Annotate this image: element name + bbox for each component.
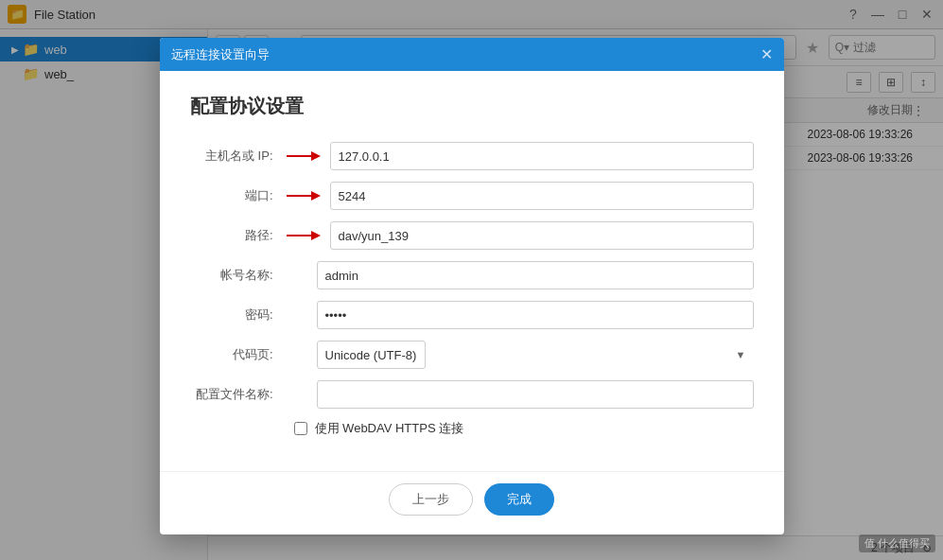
port-input[interactable]	[330, 182, 754, 210]
path-label: 路径:	[190, 227, 285, 244]
config-name-input-wrapper	[285, 380, 754, 409]
path-input[interactable]	[330, 221, 754, 250]
https-checkbox-row: 使用 WebDAV HTTPS 连接	[294, 420, 754, 437]
port-input-wrapper	[285, 182, 754, 210]
modal-overlay: 远程连接设置向导 ✕ 配置协议设置 主机名或 IP: 端口:	[0, 0, 943, 560]
codepage-label: 代码页:	[190, 346, 285, 363]
dialog-heading: 配置协议设置	[190, 94, 754, 119]
host-input-wrapper	[285, 142, 754, 170]
dialog-title: 远程连接设置向导	[171, 46, 270, 63]
port-arrow-icon	[285, 187, 323, 204]
dialog-footer: 上一步 完成	[160, 471, 784, 534]
account-label: 帐号名称:	[190, 267, 285, 284]
host-row: 主机名或 IP:	[190, 142, 754, 170]
prev-button[interactable]: 上一步	[389, 483, 473, 516]
account-row: 帐号名称:	[190, 261, 754, 289]
path-arrow-icon	[285, 227, 323, 244]
account-input[interactable]	[317, 261, 754, 289]
codepage-select[interactable]: Unicode (UTF-8) UTF-8 GBK Big5	[317, 341, 426, 369]
svg-marker-3	[311, 191, 321, 201]
path-input-wrapper	[285, 221, 754, 250]
host-input[interactable]	[330, 142, 754, 170]
chevron-down-icon: ▼	[736, 349, 746, 360]
path-row: 路径:	[190, 221, 754, 250]
password-label: 密码:	[190, 306, 285, 324]
host-label: 主机名或 IP:	[190, 148, 285, 165]
config-name-input[interactable]	[317, 380, 754, 409]
port-label: 端口:	[190, 187, 285, 204]
codepage-row: 代码页: Unicode (UTF-8) UTF-8 GBK Big5 ▼	[190, 341, 754, 369]
account-input-wrapper	[285, 261, 754, 289]
svg-marker-5	[311, 231, 321, 240]
password-input-wrapper	[285, 301, 754, 329]
finish-button[interactable]: 完成	[484, 483, 554, 516]
host-arrow-icon	[285, 148, 323, 165]
dialog-titlebar: 远程连接设置向导 ✕	[160, 38, 784, 71]
config-name-label: 配置文件名称:	[190, 386, 285, 403]
codepage-select-wrapper: Unicode (UTF-8) UTF-8 GBK Big5 ▼	[317, 341, 754, 369]
password-input[interactable]	[317, 301, 754, 329]
port-row: 端口:	[190, 182, 754, 210]
dialog: 远程连接设置向导 ✕ 配置协议设置 主机名或 IP: 端口:	[160, 38, 784, 534]
https-checkbox[interactable]	[294, 422, 307, 435]
dialog-body: 配置协议设置 主机名或 IP: 端口:	[160, 71, 784, 471]
svg-marker-1	[311, 151, 321, 161]
dialog-close-button[interactable]: ✕	[760, 45, 773, 63]
password-row: 密码:	[190, 301, 754, 329]
codepage-input-wrapper: Unicode (UTF-8) UTF-8 GBK Big5 ▼	[285, 341, 754, 369]
config-name-row: 配置文件名称:	[190, 380, 754, 409]
https-checkbox-label[interactable]: 使用 WebDAV HTTPS 连接	[315, 420, 464, 437]
